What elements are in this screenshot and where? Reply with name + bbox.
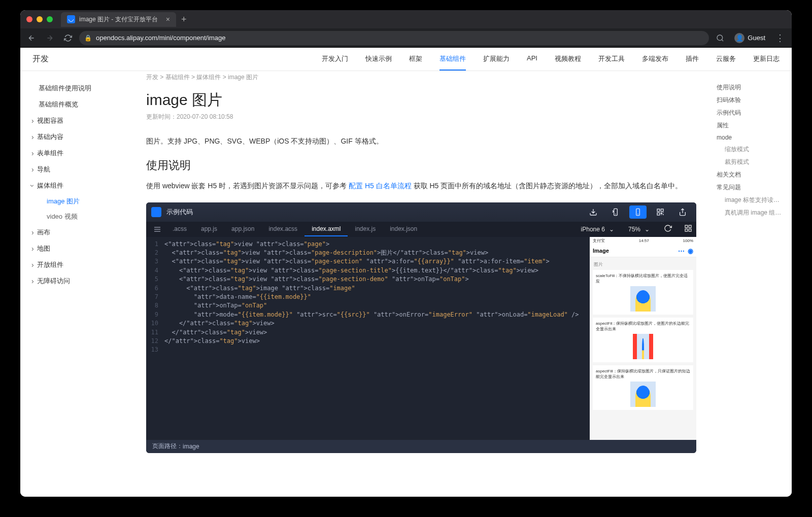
h5-whitelist-link[interactable]: 配置 H5 白名单流程 [349, 182, 412, 190]
browser-titlebar: image 图片 - 支付宝开放平台 × + [20, 10, 792, 28]
battery-label: 100% [683, 238, 693, 243]
new-tab-button[interactable]: + [181, 14, 187, 25]
code-example-panel: 示例代码 .acssapp.jsapp.jsonindex.acssindex.… [146, 202, 696, 453]
sidebar-item[interactable]: 导航 [20, 161, 132, 178]
svg-rect-3 [657, 209, 660, 212]
phone-frame: 支付宝 14:57 100% Image ⋯◉ 图片 scaleToFill：不… [590, 237, 696, 440]
top-nav-item[interactable]: 开发工具 [598, 48, 625, 71]
top-nav-item[interactable]: 框架 [409, 48, 422, 71]
phone-nav-title: Image [593, 248, 609, 254]
top-nav-item[interactable]: 更新日志 [753, 48, 780, 71]
breadcrumb: 开发 > 基础组件 > 媒体组件 > image 图片 [146, 73, 696, 82]
top-nav-item[interactable]: 快速示例 [365, 48, 392, 71]
profile-button[interactable]: 👤 Guest [731, 33, 768, 43]
top-nav-item[interactable]: 云服务 [716, 48, 736, 71]
sidebar-sub-item[interactable]: video 视频 [47, 209, 132, 224]
toc-item[interactable]: 使用说明 [717, 81, 786, 94]
search-page-button[interactable] [713, 31, 727, 45]
usage-description: 使用 webview 嵌套 H5 时，若遇到图片资源不显示问题，可参考 配置 H… [146, 180, 696, 192]
phone-nav-bar: Image ⋯◉ [590, 245, 696, 257]
main-content: 开发 > 基础组件 > 媒体组件 > image 图片 image 图片 更新时… [132, 71, 710, 497]
preview-card: aspectFit：保持纵横比缩放图片，使图片的长边能完全显示出来 [593, 318, 693, 362]
tab-close-button[interactable]: × [166, 15, 170, 23]
site-header: 开发 开发入门快速示例框架基础组件扩展能力API视频教程开发工具多端发布插件云服… [20, 48, 792, 71]
top-nav-item[interactable]: API [527, 48, 537, 71]
sidebar-item[interactable]: 基础组件使用说明 [20, 80, 132, 96]
forward-button[interactable] [43, 31, 57, 45]
sidebar-sub-item[interactable]: image 图片 [47, 194, 132, 209]
phone-content: 图片 scaleToFill：不保持纵横比缩放图片，使图片完全适应aspectF… [590, 257, 696, 440]
preview-image [630, 286, 656, 312]
full-preview-button[interactable] [607, 205, 624, 219]
top-nav-item[interactable]: 扩展能力 [483, 48, 510, 71]
reload-button[interactable] [61, 31, 75, 45]
top-nav-item[interactable]: 多端发布 [642, 48, 668, 71]
file-tab[interactable]: .acss [165, 222, 194, 236]
sidebar-item[interactable]: 地图 [20, 240, 132, 257]
top-nav-item[interactable]: 插件 [686, 48, 699, 71]
toc-item[interactable]: 扫码体验 [717, 94, 786, 107]
top-nav: 开发入门快速示例框架基础组件扩展能力API视频教程开发工具多端发布插件云服务更新… [322, 48, 780, 71]
download-button[interactable] [585, 205, 602, 219]
close-mini-icon[interactable]: ◉ [688, 247, 693, 255]
back-button[interactable] [24, 31, 39, 45]
grid-preview-button[interactable] [684, 224, 692, 234]
content-area: 基础组件使用说明基础组件概览视图容器基础内容表单组件导航媒体组件image 图片… [20, 71, 792, 497]
sidebar-item[interactable]: 基础内容 [20, 129, 132, 145]
phone-preview-button[interactable] [629, 205, 647, 219]
menu-icon [153, 225, 161, 233]
preview-card-text: aspectFill：保持纵横比缩放图片，只保证图片的短边能完全显示出来 [596, 368, 690, 380]
toc-item[interactable]: 示例代码 [717, 107, 786, 119]
sidebar-item[interactable]: 画布 [20, 224, 132, 240]
svg-rect-4 [661, 209, 663, 212]
share-button[interactable] [674, 205, 691, 219]
toc-item[interactable]: mode [717, 132, 786, 143]
close-window-button[interactable] [26, 16, 32, 22]
refresh-preview-button[interactable] [664, 224, 672, 234]
top-nav-item[interactable]: 视频教程 [555, 48, 581, 71]
file-tab[interactable]: app.js [194, 222, 224, 236]
code-editor[interactable]: 1<"attr">class="tag">view "attr">class="… [146, 237, 590, 440]
sidebar-item[interactable]: 媒体组件 [20, 178, 132, 194]
file-tab[interactable]: index.js [348, 222, 383, 236]
toc-item[interactable]: 属性 [717, 119, 786, 132]
arrow-left-icon [27, 34, 36, 42]
browser-menu-button[interactable]: ⋮ [772, 32, 788, 44]
toc-item[interactable]: 常见问题 [717, 181, 786, 194]
sidebar-item[interactable]: 无障碍访问 [20, 273, 132, 289]
sidebar-item[interactable]: 表单组件 [20, 145, 132, 161]
code-body: 1<"attr">class="tag">view "attr">class="… [146, 237, 696, 440]
clock-label: 14:57 [639, 238, 649, 243]
sidebar-item[interactable]: 基础组件概览 [20, 96, 132, 113]
device-selector[interactable]: iPhone 6 [581, 226, 605, 233]
toc-sub-item[interactable]: image 标签支持读取流文… [717, 194, 786, 206]
maximize-window-button[interactable] [47, 16, 53, 22]
file-tree-button[interactable] [150, 222, 164, 236]
more-icon[interactable]: ⋯ [678, 247, 685, 255]
top-nav-item[interactable]: 基础组件 [439, 48, 466, 71]
top-nav-item[interactable]: 开发入门 [322, 48, 348, 71]
toc-item[interactable]: 相关文档 [717, 168, 786, 181]
toc-sub-item[interactable]: 缩放模式 [717, 143, 786, 156]
zoom-selector[interactable]: 75% [628, 226, 640, 233]
file-tab[interactable]: index.acss [261, 222, 304, 236]
carrier-label: 支付宝 [593, 238, 605, 244]
svg-rect-8 [685, 229, 688, 231]
browser-tab[interactable]: image 图片 - 支付宝开放平台 × [61, 12, 176, 27]
file-tab[interactable]: index.json [383, 222, 424, 236]
minimize-window-button[interactable] [37, 16, 43, 22]
profile-label: Guest [748, 34, 765, 42]
file-tab[interactable]: app.json [224, 222, 261, 236]
code-file-tabs: .acssapp.jsapp.jsonindex.acssindex.axmli… [146, 222, 696, 237]
preview-card: scaleToFill：不保持纵横比缩放图片，使图片完全适应 [593, 270, 693, 315]
preview-card: aspectFill：保持纵横比缩放图片，只保证图片的短边能完全显示出来 [593, 365, 693, 410]
search-icon [716, 34, 724, 42]
sidebar-item[interactable]: 开放组件 [20, 257, 132, 273]
toc-sub-item[interactable]: 裁剪模式 [717, 156, 786, 168]
sidebar-item[interactable]: 视图容器 [20, 113, 132, 129]
qr-button[interactable] [652, 205, 669, 219]
tab-favicon-icon [67, 15, 75, 23]
toc-sub-item[interactable]: 真机调用 image 组件，… [717, 206, 786, 219]
file-tab[interactable]: index.axml [304, 222, 348, 236]
url-field[interactable]: 🔒 opendocs.alipay.com/mini/component/ima… [79, 31, 709, 45]
